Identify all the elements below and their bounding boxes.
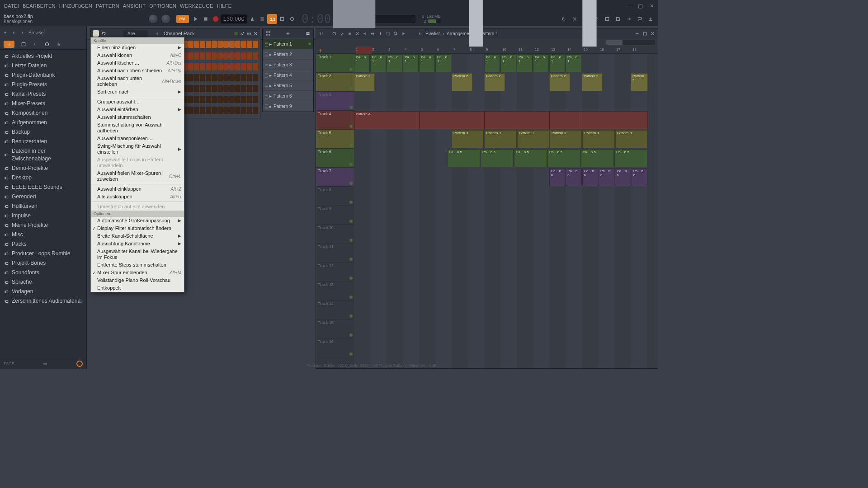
menu-item[interactable]: Vollständige Piano Roll-Vorschau [91,277,184,284]
step-button[interactable] [229,41,235,48]
step-button[interactable] [229,96,235,103]
step-button[interactable] [194,96,199,103]
playlist-clip[interactable]: Pattern 3 [484,130,516,148]
step-button[interactable] [200,52,205,60]
step-button[interactable] [241,96,246,103]
step-button[interactable] [206,74,211,81]
metronome-button[interactable] [247,14,257,24]
step-button[interactable] [194,41,199,48]
menu-hinzufuegen[interactable]: HINZUFüGEN [58,2,94,9]
step-button[interactable] [217,85,223,92]
browser-item[interactable]: Backup [0,127,86,137]
playlist-clip[interactable]: Pattern 2 [549,73,570,91]
stop-button[interactable] [201,14,211,24]
menu-item[interactable]: Auswahl stummschalten [91,113,184,121]
step-button[interactable] [188,41,193,48]
rack-close-icon[interactable] [253,31,258,36]
step-button[interactable] [253,52,258,60]
step-button[interactable] [188,96,193,103]
browser-item[interactable]: Benutzerdaten [0,137,86,146]
playlist-clip[interactable]: Pa…n 1 [387,54,402,72]
track-header[interactable]: Track 12 [316,263,354,282]
playlist-clip[interactable]: Pa…n 6 [632,168,647,186]
step-button[interactable] [206,85,211,92]
playlist-clip[interactable]: Pattern 3 [615,130,647,148]
step-button[interactable] [247,63,252,70]
track-header[interactable]: Track 3 [316,92,354,111]
step-button[interactable] [188,52,193,60]
browser-item[interactable]: Sprache [0,277,86,287]
collapse-icon[interactable] [3,30,8,35]
playlist-clip[interactable]: Pa…n 5 [447,149,480,167]
track-header[interactable]: Track 9 [316,206,354,225]
star-icon[interactable] [56,42,61,47]
step-button[interactable] [253,41,258,48]
step-button[interactable] [206,41,211,48]
pattern-item[interactable]: ▸Pattern 3 [263,60,313,70]
menu-item[interactable]: Auswahl löschen…Alt+Del [91,59,184,67]
step-button[interactable] [247,107,252,114]
step-button[interactable] [217,52,223,60]
step-button[interactable] [212,85,217,92]
picker-add-icon[interactable] [285,31,291,36]
library-icon[interactable] [21,42,26,47]
playlist-clip[interactable]: Pattern 2 [582,73,603,91]
step-button[interactable] [200,41,205,48]
minimap[interactable] [606,40,655,45]
menu-hilfe[interactable]: HILFE [216,2,233,9]
step-button[interactable] [241,63,246,70]
menu-item[interactable]: Breite Kanal-Schaltfläche▶ [91,232,184,240]
menu-item[interactable]: Sortieren nach▶ [91,88,184,96]
step-button[interactable] [194,74,199,81]
step-button[interactable] [241,52,246,60]
step-button[interactable] [212,41,217,48]
step-button[interactable] [217,74,223,81]
maximize-icon[interactable]: ▢ [637,2,644,10]
step-button[interactable] [200,96,205,103]
playlist-clip[interactable]: Pa…n 1 [500,54,516,72]
pattern-item[interactable]: ▸Pattern 6 [263,91,313,101]
track-header[interactable]: Track 11 [316,244,354,263]
menu-ansicht[interactable]: ANSICHT [122,2,147,9]
step-button[interactable] [235,41,241,48]
browser-item[interactable]: Letzte Dateien [0,61,86,70]
step-button[interactable] [194,85,199,92]
playlist-grid[interactable]: Pa…n 1Pa…n 1Pa…n 1Pa…n 1Pa…n 1Pa…n 1Pa…n… [354,54,658,368]
pl-min-icon[interactable] [635,31,640,36]
step-button[interactable] [241,107,246,114]
pl-close-icon[interactable] [650,31,655,36]
menu-item[interactable]: Automatische Größenanpassung▶ [91,217,184,225]
menu-item[interactable]: Alle ausklappenAlt+U [91,193,184,201]
menu-item[interactable]: Auswahl klonenAlt+C [91,52,184,59]
step-button[interactable] [229,107,235,114]
browser-item[interactable]: Plugin-Presets [0,80,86,89]
browser-item[interactable]: Desktop [0,173,86,183]
step-button[interactable] [235,74,241,81]
step-button[interactable] [235,107,241,114]
browser-item[interactable]: Mixer-Presets [0,99,86,108]
step-button[interactable] [194,63,199,70]
menu-item[interactable]: Einen hinzufügen▶ [91,44,184,52]
clock-icon[interactable] [44,42,50,47]
picker-grid-icon[interactable] [265,31,271,36]
browser-item[interactable]: Producer Loops Rumble [0,249,86,258]
step-button[interactable] [229,63,235,70]
menu-item[interactable]: Ausrichtung Kanalname▶ [91,240,184,248]
track-header[interactable]: Track 8 [316,187,354,206]
step-button[interactable] [194,52,199,60]
track-header[interactable]: Track 14 [316,300,354,319]
browser-item[interactable]: Projekt-Bones [0,258,86,268]
menu-item[interactable]: Auswahl einfärben▶ [91,106,184,113]
playlist-clip[interactable]: Pa…n 6 [582,168,598,186]
step-button[interactable] [212,63,217,70]
playlist-clip[interactable]: Pa…n 6 [549,168,565,186]
step-button[interactable] [235,85,241,92]
step-button[interactable] [200,63,205,70]
step-button[interactable] [223,41,229,48]
menu-pattern[interactable]: PATTERN [94,2,121,9]
browser-item[interactable]: Zerschnittenes Audiomaterial [0,296,86,306]
playlist-clip[interactable]: Pattern 3 [517,130,549,148]
browser-item[interactable]: Impulse [0,211,86,221]
save-button[interactable] [613,14,623,24]
channel-options-button[interactable] [93,30,99,37]
